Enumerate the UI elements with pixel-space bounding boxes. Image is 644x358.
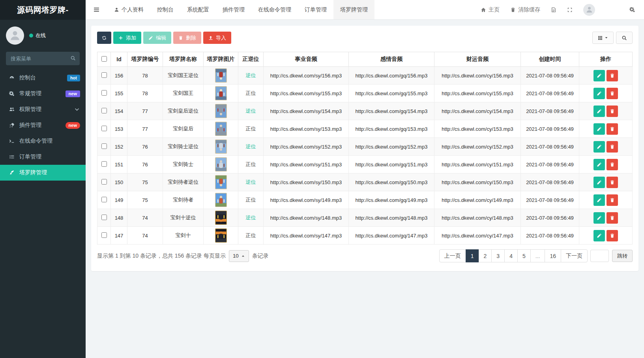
tab-3[interactable]: 插件管理 bbox=[216, 0, 251, 19]
sidebar-item-4[interactable]: 在线命令管理 bbox=[0, 133, 86, 149]
import-button[interactable]: 导入 bbox=[203, 32, 231, 44]
page-button-4[interactable]: 4 bbox=[504, 249, 518, 262]
cell-operations bbox=[579, 85, 633, 102]
row-checkbox[interactable] bbox=[101, 179, 107, 185]
tarot-card-image[interactable] bbox=[215, 86, 227, 100]
row-delete-button[interactable] bbox=[607, 123, 618, 135]
add-button[interactable]: 添加 bbox=[113, 32, 141, 44]
cell-id: 153 bbox=[111, 120, 127, 138]
row-delete-button[interactable] bbox=[607, 230, 618, 241]
delete-button[interactable]: 删除 bbox=[173, 32, 201, 44]
hamburger-button[interactable] bbox=[86, 0, 107, 19]
row-edit-button[interactable] bbox=[593, 230, 605, 241]
row-checkbox[interactable] bbox=[101, 161, 107, 167]
select-all-checkbox[interactable] bbox=[101, 56, 107, 62]
search-toggle-button[interactable] bbox=[616, 32, 633, 44]
row-checkbox[interactable] bbox=[101, 90, 107, 96]
column-header-3[interactable]: 塔罗牌图片 bbox=[204, 52, 238, 67]
row-delete-button[interactable] bbox=[607, 159, 618, 170]
tarot-card-image[interactable] bbox=[215, 157, 227, 171]
tab-0[interactable]: 个人资料 bbox=[107, 0, 150, 19]
sidebar-item-3[interactable]: 插件管理new bbox=[0, 117, 86, 133]
clear-cache-label: 清除缓存 bbox=[518, 6, 540, 13]
row-delete-button[interactable] bbox=[607, 106, 618, 117]
page-ellipsis[interactable]: ... bbox=[530, 249, 545, 262]
page-button-16[interactable]: 16 bbox=[545, 249, 561, 262]
row-edit-button[interactable] bbox=[593, 177, 605, 188]
cell-love-audio: http://cs.dkewl.com/gq/151.mp3 bbox=[349, 156, 434, 173]
row-delete-button[interactable] bbox=[607, 141, 618, 153]
language-icon[interactable] bbox=[551, 7, 556, 13]
tab-6[interactable]: 塔罗牌管理 bbox=[333, 0, 374, 19]
refresh-button[interactable] bbox=[97, 32, 111, 44]
row-edit-button[interactable] bbox=[593, 123, 605, 135]
edit-button[interactable]: 编辑 bbox=[143, 32, 171, 44]
row-checkbox[interactable] bbox=[101, 108, 107, 113]
tarot-card-image[interactable] bbox=[215, 104, 227, 118]
jump-page-input[interactable] bbox=[590, 250, 609, 262]
tarot-card-image[interactable] bbox=[215, 68, 227, 83]
clear-cache-link[interactable]: 清除缓存 bbox=[510, 6, 540, 13]
sidebar-item-1[interactable]: 常规管理new bbox=[0, 86, 86, 102]
page-button-1[interactable]: 1 bbox=[466, 249, 479, 262]
tarot-card-image[interactable] bbox=[215, 228, 227, 243]
column-header-7[interactable]: 财运音频 bbox=[434, 52, 521, 67]
next-page-button[interactable]: 下一页 bbox=[561, 249, 588, 262]
tab-1[interactable]: 控制台 bbox=[150, 0, 180, 19]
row-delete-button[interactable] bbox=[607, 88, 618, 99]
user-avatar[interactable] bbox=[583, 4, 595, 16]
tarot-card-image[interactable] bbox=[215, 122, 227, 136]
sidebar-item-0[interactable]: 控制台hot bbox=[0, 70, 86, 86]
tarot-card-image[interactable] bbox=[215, 139, 227, 154]
sidebar-item-label: 常规管理 bbox=[19, 90, 41, 97]
row-delete-button[interactable] bbox=[607, 70, 618, 81]
row-edit-button[interactable] bbox=[593, 141, 605, 153]
page-button-5[interactable]: 5 bbox=[517, 249, 531, 262]
row-checkbox[interactable] bbox=[101, 197, 107, 202]
row-edit-button[interactable] bbox=[593, 88, 605, 99]
page-button-3[interactable]: 3 bbox=[491, 249, 505, 262]
tab-4[interactable]: 在线命令管理 bbox=[251, 0, 298, 19]
page-size-select[interactable]: 10 bbox=[229, 250, 249, 262]
row-checkbox[interactable] bbox=[101, 72, 107, 78]
row-checkbox[interactable] bbox=[101, 215, 107, 220]
row-checkbox[interactable] bbox=[101, 143, 107, 149]
column-header-0[interactable]: Id bbox=[111, 52, 127, 67]
column-header-6[interactable]: 感情音频 bbox=[349, 52, 434, 67]
column-header-2[interactable]: 塔罗牌名称 bbox=[163, 52, 204, 67]
cell-love-audio: http://cs.dkewl.com/gq/155.mp3 bbox=[349, 85, 434, 102]
jump-button[interactable]: 跳转 bbox=[612, 250, 633, 262]
sidebar-item-2[interactable]: 权限管理 bbox=[0, 102, 86, 117]
cell-card-image bbox=[204, 120, 238, 138]
row-delete-button[interactable] bbox=[607, 177, 618, 188]
tarot-card-image[interactable] bbox=[215, 175, 227, 189]
row-checkbox[interactable] bbox=[101, 126, 107, 131]
menu-search-input[interactable] bbox=[6, 52, 80, 65]
row-edit-button[interactable] bbox=[593, 70, 605, 81]
row-edit-button[interactable] bbox=[593, 212, 605, 224]
row-delete-button[interactable] bbox=[607, 212, 618, 224]
row-edit-button[interactable] bbox=[593, 106, 605, 117]
column-header-8[interactable]: 创建时间 bbox=[521, 52, 579, 67]
home-link[interactable]: 主页 bbox=[481, 6, 500, 13]
column-header-9[interactable]: 操作 bbox=[579, 52, 633, 67]
columns-dropdown-button[interactable] bbox=[592, 32, 614, 44]
column-header-4[interactable]: 正逆位 bbox=[238, 52, 264, 67]
sidebar-item-5[interactable]: 订单管理 bbox=[0, 149, 86, 165]
prev-page-button[interactable]: 上一页 bbox=[439, 249, 466, 262]
row-edit-button[interactable] bbox=[593, 159, 605, 170]
settings-gear-icon[interactable] bbox=[629, 7, 635, 13]
tarot-card-image[interactable] bbox=[215, 211, 227, 225]
row-edit-button[interactable] bbox=[593, 194, 605, 206]
tab-2[interactable]: 系统配置 bbox=[180, 0, 216, 19]
cell-fortune-audio: http://cs.dkewl.com/cy/155.mp3 bbox=[434, 85, 521, 102]
sidebar-item-6[interactable]: 塔罗牌管理 bbox=[0, 165, 86, 181]
column-header-1[interactable]: 塔罗牌编号 bbox=[127, 52, 163, 67]
page-button-2[interactable]: 2 bbox=[479, 249, 492, 262]
row-checkbox[interactable] bbox=[101, 232, 107, 238]
tarot-card-image[interactable] bbox=[215, 193, 227, 207]
column-header-5[interactable]: 事业音频 bbox=[264, 52, 349, 67]
fullscreen-icon[interactable] bbox=[567, 7, 573, 13]
tab-5[interactable]: 订单管理 bbox=[298, 0, 333, 19]
row-delete-button[interactable] bbox=[607, 194, 618, 206]
